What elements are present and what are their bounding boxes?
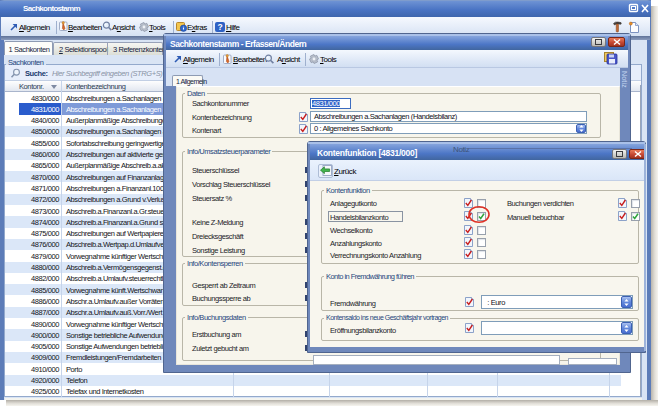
svg-text:?: ? bbox=[217, 22, 222, 32]
